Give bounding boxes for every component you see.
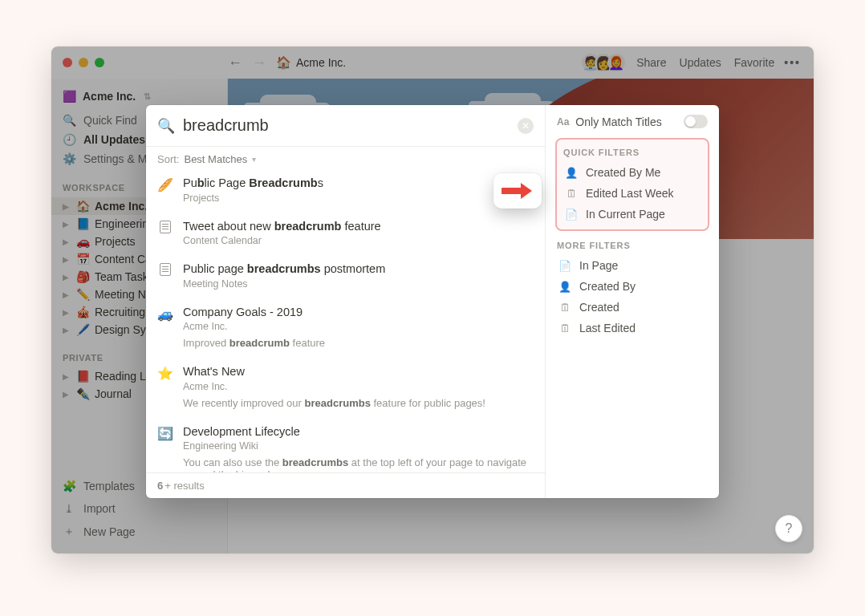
quick-filters-box: QUICK FILTERS 👤Created By Me🗓Edited Last…	[557, 140, 708, 229]
filter-icon: 🗓	[558, 302, 571, 314]
only-match-titles-toggle[interactable]	[684, 115, 708, 128]
result-title: Public page breadcrumbs postmortem	[183, 261, 534, 278]
quick-filters-label: QUICK FILTERS	[563, 148, 701, 157]
help-icon: ?	[786, 521, 793, 536]
results-count: 6	[157, 480, 163, 492]
search-icon: 🔍	[157, 117, 175, 135]
filter-label: In Current Page	[586, 208, 665, 221]
page-icon	[160, 263, 171, 276]
search-result[interactable]: 🚙Company Goals - 2019Acme Inc.Improved b…	[146, 298, 545, 358]
search-result[interactable]: 🥖Public Page BreadcrumbsProjects	[146, 168, 545, 212]
filter-icon: 🗓	[565, 188, 578, 200]
result-title: Tweet about new breadcrumb feature	[183, 219, 534, 235]
filter-label: In Page	[579, 259, 618, 272]
more-filter-item[interactable]: 👤Created By	[557, 276, 708, 297]
result-snippet: Improved breadcrumb feature	[183, 337, 534, 349]
result-icon: 🥖	[157, 177, 173, 192]
chevron-down-icon: ▾	[252, 155, 256, 164]
results-footer: 6 + results	[146, 472, 545, 498]
search-input[interactable]	[183, 116, 510, 135]
search-result[interactable]: 🔄Development LifecycleEngineering WikiYo…	[146, 417, 545, 472]
search-result[interactable]: Public page breadcrumbs postmortemMeetin…	[146, 254, 545, 298]
result-icon: 🚙	[157, 306, 173, 322]
result-title: Development Lifecycle	[183, 424, 534, 440]
result-icon: 🔄	[157, 426, 173, 441]
filter-icon: 👤	[565, 167, 578, 179]
result-snippet: You can also use the breadcrumbs at the …	[183, 456, 534, 472]
search-results: 🥖Public Page BreadcrumbsProjectsTweet ab…	[146, 168, 545, 472]
filter-label: Created By	[579, 280, 636, 293]
clear-search-icon[interactable]: ✕	[518, 118, 534, 134]
sort-value: Best Matches	[184, 153, 247, 165]
result-title: Company Goals - 2019	[183, 305, 534, 321]
result-path: Acme Inc.	[183, 381, 534, 392]
quick-filter-item[interactable]: 🗓Edited Last Week	[563, 183, 701, 204]
filter-icon: 📄	[558, 260, 571, 272]
annotation-arrow	[493, 173, 542, 209]
result-title: What's New	[183, 364, 534, 380]
result-path: Projects	[183, 192, 534, 204]
filter-icon: 📄	[565, 209, 578, 221]
sort-dropdown[interactable]: Sort: Best Matches ▾	[146, 147, 545, 168]
search-result[interactable]: ⭐What's NewAcme Inc.We recently improved…	[146, 357, 545, 417]
result-title: Public Page Breadcrumbs	[183, 176, 534, 192]
match-case-icon: Aa	[557, 116, 569, 128]
result-icon	[157, 221, 173, 237]
filter-label: Edited Last Week	[586, 187, 673, 200]
result-icon: ⭐	[157, 366, 173, 381]
only-match-titles-label: Only Match Titles	[575, 116, 661, 128]
filter-icon: 🗓	[558, 322, 571, 334]
sort-label: Sort:	[157, 153, 179, 165]
result-snippet: We recently improved our breadcrumbs fea…	[183, 397, 534, 409]
quick-filter-item[interactable]: 📄In Current Page	[563, 204, 701, 225]
result-icon	[157, 263, 173, 279]
result-path: Meeting Notes	[183, 278, 534, 290]
filter-label: Created	[579, 301, 619, 314]
help-button[interactable]: ?	[775, 515, 802, 542]
results-suffix: + results	[164, 480, 205, 492]
more-filter-item[interactable]: 🗓Last Edited	[557, 318, 708, 338]
more-filter-item[interactable]: 📄In Page	[557, 255, 708, 276]
result-path: Acme Inc.	[183, 321, 534, 332]
quick-filter-item[interactable]: 👤Created By Me	[563, 162, 701, 183]
only-match-titles-row: Aa Only Match Titles	[557, 115, 708, 128]
filter-label: Created By Me	[586, 166, 660, 179]
filters-panel: Aa Only Match Titles QUICK FILTERS 👤Crea…	[546, 105, 719, 498]
result-path: Content Calendar	[183, 235, 534, 246]
filter-label: Last Edited	[579, 322, 636, 334]
result-path: Engineering Wiki	[183, 440, 534, 452]
filter-icon: 👤	[558, 281, 571, 293]
quick-find-modal: 🔍 ✕ Sort: Best Matches ▾ 🥖Public Page Br…	[146, 105, 719, 498]
more-filter-item[interactable]: 🗓Created	[557, 297, 708, 318]
more-filters-label: MORE FILTERS	[557, 241, 708, 250]
search-result[interactable]: Tweet about new breadcrumb featureConten…	[146, 212, 545, 255]
page-icon	[160, 221, 171, 233]
